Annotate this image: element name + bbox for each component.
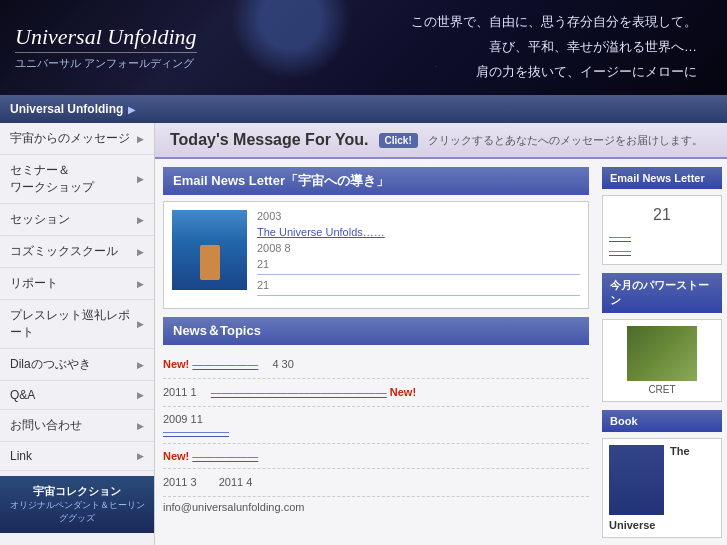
- sidebar-label-qa: Q&A: [10, 388, 35, 402]
- news-date-2: 2011 1: [163, 386, 208, 398]
- new-badge-3: New!: [163, 450, 189, 462]
- news-link-1[interactable]: ——————: [192, 358, 258, 370]
- news-link-3[interactable]: ——————: [163, 425, 229, 437]
- sidebar-label-seminar: セミナー＆ワークショップ: [10, 162, 94, 196]
- content-side: Email News Letter 21 —— —— 今月のパワーストーン CR…: [597, 159, 727, 545]
- sidebar-banner-sub: オリジナルペンダント＆ヒーリンググッズ: [8, 499, 146, 525]
- news-item-4: New! ——————: [163, 444, 589, 469]
- power-stone-box: CRET: [602, 319, 722, 402]
- news-item-dates: 2011 3 2011 4: [163, 469, 589, 497]
- today-msg-jp: クリックするとあなたへのメッセージをお届けします。: [428, 133, 703, 148]
- arrow-icon: ▶: [137, 134, 144, 144]
- sidebar-label-cosmic: コズミックスクール: [10, 243, 118, 260]
- sidebar-label-dila: Dilaのつぶやき: [10, 356, 91, 373]
- sidebar-banner-title: 宇宙コレクション: [8, 484, 146, 499]
- arrow-icon: ▶: [137, 319, 144, 329]
- arrow-icon: ▶: [137, 360, 144, 370]
- side-enl-num: 21: [609, 202, 715, 228]
- enl-image-inner: [172, 210, 247, 290]
- book-section: The Universe: [602, 438, 722, 538]
- content-area: Today's Message For You. Click! クリックするとあ…: [155, 123, 727, 545]
- sidebar-label-messages: 宇宙からのメッセージ: [10, 130, 130, 147]
- power-stone-header: 今月のパワーストーン: [602, 273, 722, 313]
- news-section-header: News＆Topics: [163, 317, 589, 345]
- sidebar-item-dila[interactable]: Dilaのつぶやき ▶: [0, 349, 154, 381]
- sidebar-label-link: Link: [10, 449, 32, 463]
- today-msg-text: Today's Message For You.: [170, 131, 369, 149]
- news-item-3: 2009 11 ——————: [163, 407, 589, 444]
- email-address: info@universalunfolding.com: [163, 501, 304, 513]
- stone-image: [627, 326, 697, 381]
- sidebar-item-messages[interactable]: 宇宙からのメッセージ ▶: [0, 123, 154, 155]
- tagline-line3: 肩の力を抜いて、イージーにメローに: [411, 60, 697, 85]
- logo-japanese: ユニバーサル アンフォールディング: [15, 56, 197, 71]
- arrow-icon: ▶: [137, 174, 144, 184]
- enl-year: 2003: [257, 210, 580, 222]
- new-badge-2: New!: [390, 386, 416, 398]
- content-inner: Email News Letter「宇宙への導き」 2003 The Unive…: [155, 159, 727, 545]
- news-link-4[interactable]: ——————: [192, 450, 258, 462]
- sidebar-item-seminar[interactable]: セミナー＆ワークショップ ▶: [0, 155, 154, 204]
- news-date-3: 2009 11: [163, 413, 203, 425]
- sidebar-label-session: セッション: [10, 211, 70, 228]
- arrow-icon: ▶: [137, 421, 144, 431]
- sidebar-item-qa[interactable]: Q&A ▶: [0, 381, 154, 410]
- enl-year2: 2008 8: [257, 242, 580, 254]
- tagline-line1: この世界で、自由に、思う存分自分を表現して。: [411, 10, 697, 35]
- main-layout: 宇宙からのメッセージ ▶ セミナー＆ワークショップ ▶ セッション ▶ コズミッ…: [0, 123, 727, 545]
- side-link-1[interactable]: ——: [609, 230, 715, 242]
- news-date-1: 4 30: [261, 358, 293, 370]
- side-link-2[interactable]: ——: [609, 244, 715, 256]
- sidebar-item-contact[interactable]: お問い合わせ ▶: [0, 410, 154, 442]
- sidebar-item-link[interactable]: Link ▶: [0, 442, 154, 471]
- sidebar: 宇宙からのメッセージ ▶ セミナー＆ワークショップ ▶ セッション ▶ コズミッ…: [0, 123, 155, 545]
- sidebar-item-report[interactable]: リポート ▶: [0, 268, 154, 300]
- footer-email: info@universalunfolding.com: [163, 497, 589, 517]
- news-dates-bottom: 2011 3 2011 4: [163, 476, 252, 488]
- tagline-line2: 喜び、平和、幸せが溢れる世界へ…: [411, 35, 697, 60]
- side-enl-box: 21 —— ——: [602, 195, 722, 265]
- book-header: Book: [602, 410, 722, 432]
- content-main: Email News Letter「宇宙への導き」 2003 The Unive…: [155, 159, 597, 545]
- arrow-icon: ▶: [137, 279, 144, 289]
- news-item-2: 2011 1 ———————————————— New!: [163, 379, 589, 407]
- header: Universal Unfolding ユニバーサル アンフォールディング この…: [0, 0, 727, 95]
- sidebar-label-report: リポート: [10, 275, 58, 292]
- enl-link[interactable]: The Universe Unfolds……: [257, 226, 385, 238]
- nav-bar-arrow: ▶: [128, 104, 136, 115]
- sidebar-label-pilgrimage: プレスレット巡礼レポート: [10, 307, 137, 341]
- side-enl-header: Email News Letter: [602, 167, 722, 189]
- arrow-icon: ▶: [137, 390, 144, 400]
- arrow-icon: ▶: [137, 247, 144, 257]
- enl-section: 2003 The Universe Unfolds…… 2008 8 21 21: [163, 201, 589, 309]
- news-link-2[interactable]: ————————————————: [211, 386, 387, 398]
- arrow-icon: ▶: [137, 215, 144, 225]
- new-badge: New!: [163, 358, 189, 370]
- today-message-bar[interactable]: Today's Message For You. Click! クリックするとあ…: [155, 123, 727, 159]
- enl-content: 2003 The Universe Unfolds…… 2008 8 21 21: [257, 210, 580, 300]
- enl-num2: 21: [257, 279, 580, 291]
- logo-english: Universal Unfolding: [15, 24, 197, 53]
- enl-figure: [200, 245, 220, 280]
- header-tagline: この世界で、自由に、思う存分自分を表現して。 喜び、平和、幸せが溢れる世界へ… …: [411, 10, 697, 84]
- enl-num: 21: [257, 258, 580, 270]
- sidebar-item-session[interactable]: セッション ▶: [0, 204, 154, 236]
- click-badge[interactable]: Click!: [379, 133, 418, 148]
- enl-image: [172, 210, 247, 290]
- enl-inner: 2003 The Universe Unfolds…… 2008 8 21 21: [172, 210, 580, 300]
- nav-bar-title: Universal Unfolding: [10, 102, 123, 116]
- sidebar-banner-collection[interactable]: 宇宙コレクション オリジナルペンダント＆ヒーリンググッズ: [0, 476, 154, 533]
- news-item-1: New! —————— 4 30: [163, 351, 589, 379]
- enl-section-header: Email News Letter「宇宙への導き」: [163, 167, 589, 195]
- nav-bar: Universal Unfolding ▶: [0, 95, 727, 123]
- sidebar-label-contact: お問い合わせ: [10, 417, 82, 434]
- sidebar-item-pilgrimage[interactable]: プレスレット巡礼レポート ▶: [0, 300, 154, 349]
- arrow-icon: ▶: [137, 451, 144, 461]
- header-logo: Universal Unfolding ユニバーサル アンフォールディング: [0, 14, 212, 81]
- book-image: [609, 445, 664, 515]
- sidebar-item-cosmic[interactable]: コズミックスクール ▶: [0, 236, 154, 268]
- stone-label: CRET: [609, 384, 715, 395]
